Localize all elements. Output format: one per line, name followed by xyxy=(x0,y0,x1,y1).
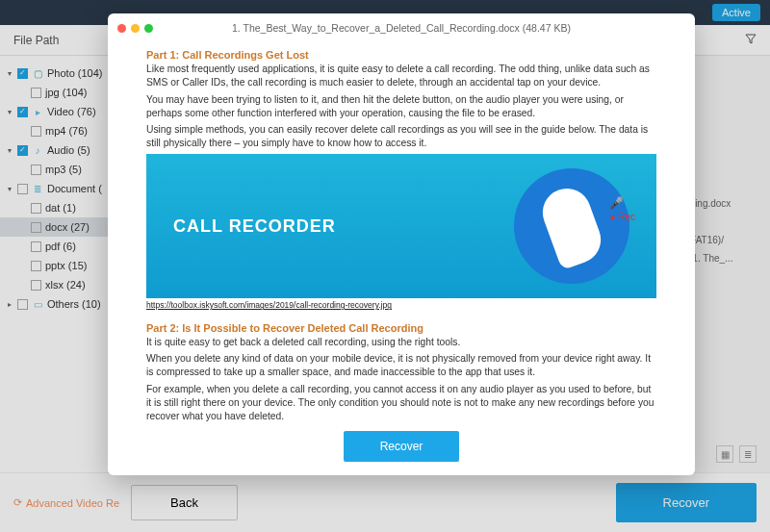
paragraph: For example, when you delete a call reco… xyxy=(146,383,656,421)
paragraph: Using simple methods, you can easily rec… xyxy=(146,123,656,150)
modal-recover-button[interactable]: Recover xyxy=(344,431,460,462)
image-source-url: https://toolbox.iskysoft.com/images/2019… xyxy=(146,300,656,311)
illustration: CALL RECORDER 🎤● Rec xyxy=(146,154,656,298)
zoom-icon[interactable] xyxy=(144,24,153,33)
rec-icon: 🎤● Rec xyxy=(609,195,635,224)
phone-circle-icon: 🎤● Rec xyxy=(514,168,629,284)
paragraph: It is quite easy to get back a deleted c… xyxy=(146,336,656,349)
paragraph: You may have been trying to listen to it… xyxy=(146,93,656,120)
paragraph: Like most frequently used applications, … xyxy=(146,63,656,89)
paragraph: When you delete any kind of data on your… xyxy=(146,352,656,379)
heading: Part 1: Call Recordings Get Lost xyxy=(146,48,656,63)
heading: Part 2: Is It Possible to Recover Delete… xyxy=(146,321,656,336)
modal-titlebar[interactable]: 1. The_Best_Way_to_Recover_a_Deleted_Cal… xyxy=(108,13,695,42)
modal-title: 1. The_Best_Way_to_Recover_a_Deleted_Cal… xyxy=(108,22,695,34)
phone-icon xyxy=(536,182,607,270)
minimize-icon[interactable] xyxy=(131,24,140,33)
window-controls xyxy=(117,24,153,33)
modal-footer: Recover xyxy=(108,421,695,475)
modal-body[interactable]: Part 1: Call Recordings Get Lost Like mo… xyxy=(108,42,695,421)
close-icon[interactable] xyxy=(117,24,126,33)
illustration-text: CALL RECORDER xyxy=(173,215,336,238)
preview-modal: 1. The_Best_Way_to_Recover_a_Deleted_Cal… xyxy=(108,13,695,475)
